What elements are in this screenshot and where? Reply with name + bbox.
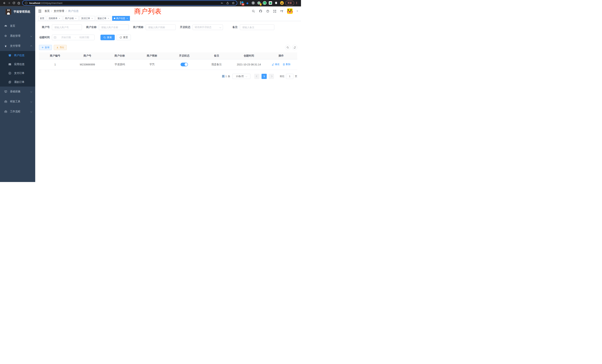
status-toggle[interactable] (181, 63, 188, 66)
page-size-select[interactable]: 10条/页 (232, 74, 250, 79)
browser-menu-icon[interactable]: ⋮ (294, 1, 299, 5)
forward-icon[interactable] (7, 0, 11, 5)
browser-profile-avatar[interactable] (280, 1, 284, 5)
extension-badge: 1 (260, 3, 261, 6)
sidebar-item-workflow[interactable]: 工作流程 (0, 107, 35, 117)
home-icon[interactable] (16, 0, 21, 5)
short-name-input[interactable] (146, 24, 176, 30)
delete-link[interactable]: 删除 (283, 63, 290, 66)
search-button[interactable]: 搜索 (100, 35, 115, 40)
sidebar-item-dev-tools[interactable]: 研发工具 (0, 96, 35, 107)
extension-command-icon[interactable]: ⌘ (251, 1, 255, 5)
sidebar-menu: 首页 ⚙ 系统管理 ¥ 支付管理 商户 (0, 21, 35, 117)
user-avatar[interactable] (287, 8, 293, 14)
field-label: 商户简称 (133, 26, 143, 29)
font-size-icon[interactable]: TT (280, 10, 283, 13)
help-icon[interactable] (266, 10, 269, 13)
full-name-input[interactable] (99, 24, 129, 30)
edit-link[interactable]: 修改 (272, 63, 280, 66)
extension-chat-icon[interactable] (269, 1, 272, 5)
next-page-button[interactable] (269, 74, 274, 79)
breadcrumb-home[interactable]: 首页 (44, 10, 50, 13)
sidebar-item-merchant-info[interactable]: 商户信息 (0, 51, 35, 60)
table-header-row: 商户编号 商户号 商户全称 商户简称 开启状态 备注 创建时间 操作 (39, 53, 297, 59)
breadcrumb-payment[interactable]: 支付管理 (54, 10, 64, 13)
export-button[interactable]: 导出 (54, 45, 67, 50)
chevron-down-icon (31, 100, 32, 103)
add-button[interactable]: 新增 (39, 45, 52, 50)
cell-merchant-no: M233666999 (71, 59, 103, 70)
tab-refund-order[interactable]: 退款订单× (96, 16, 111, 21)
chevron-down-icon (220, 26, 221, 29)
avatar-dropdown-icon[interactable] (297, 11, 298, 12)
logo-image (6, 9, 11, 15)
remark-input[interactable] (240, 24, 274, 30)
prev-page-button[interactable] (254, 74, 259, 79)
extension-y-icon[interactable]: y (263, 1, 267, 5)
extension-icon[interactable]: 10 (240, 1, 244, 5)
tags-view-bar: 首页 流程表单× 用户分组× 支付订单× 退款订单× 商户信息× (35, 16, 301, 21)
extension-profile-icon[interactable]: 1 (257, 1, 261, 5)
share-icon[interactable] (226, 2, 229, 4)
merchant-no-input[interactable] (52, 24, 82, 30)
search-icon[interactable] (252, 10, 255, 13)
sidebar-item-home[interactable]: 首页 (0, 21, 35, 31)
password-key-icon[interactable] (221, 2, 223, 4)
field-full-name: 商户全称 (86, 24, 129, 30)
extension-badge: 10 (242, 3, 244, 6)
cell-status (168, 59, 200, 70)
browser-extensions: 10 ◆ ⌘ 1 y (240, 1, 284, 5)
show-search-icon[interactable] (285, 45, 290, 50)
sidebar-item-system[interactable]: ⚙ 系统管理 (0, 31, 35, 41)
back-icon[interactable] (2, 0, 7, 5)
site-info-icon[interactable] (25, 2, 28, 4)
page-number-1[interactable]: 1 (261, 74, 267, 79)
sidebar-item-label: 研发工具 (10, 100, 20, 103)
refresh-icon[interactable] (292, 45, 297, 50)
goto-page-input[interactable] (286, 74, 293, 79)
sidebar-item-label: 首页 (10, 24, 15, 28)
github-icon[interactable] (259, 10, 262, 13)
bookmark-star-icon[interactable] (232, 2, 235, 4)
field-create-time: 创建时间 开始日期 - 结束日期 (39, 35, 95, 40)
briefcase-icon (4, 110, 7, 113)
tab-pay-order[interactable]: 支付订单× (79, 16, 95, 21)
chevron-left-icon (256, 75, 258, 77)
main-area: 商户列表 首页 / 支付管理 / 商户信息 (35, 7, 301, 182)
col-header: 开启状态 (168, 53, 200, 59)
page-content: 商户号 商户全称 商户简称 开启状态 请选择开启状态 (35, 21, 301, 182)
reset-button[interactable]: 重置 (117, 35, 131, 40)
extension-gem-icon[interactable]: ◆ (246, 1, 249, 5)
close-icon[interactable]: × (58, 17, 61, 20)
sidebar-item-payment[interactable]: ¥ 支付管理 (0, 41, 35, 51)
tab-home[interactable]: 首页 (38, 16, 46, 21)
yen-circle-icon (8, 72, 11, 75)
sidebar-item-app-info[interactable]: 应用信息 (0, 60, 35, 69)
tab-process-form[interactable]: 流程表单× (47, 16, 62, 21)
sidebar-item-label: 应用信息 (14, 63, 24, 66)
browser-update-button[interactable]: 更新 (285, 1, 294, 5)
app-logo[interactable]: 芋道管理系统 (0, 7, 35, 17)
sidebar-item-infrastructure[interactable]: 基础设施 (0, 86, 35, 96)
url-bar[interactable]: localhost:1024/pay/merchant (22, 0, 237, 6)
status-select[interactable]: 请选择开启状态 (193, 24, 223, 30)
col-header: 商户编号 (39, 53, 71, 59)
sidebar-item-label: 商户信息 (14, 54, 24, 57)
reload-icon[interactable] (11, 0, 16, 5)
field-label: 创建时间 (39, 36, 50, 39)
close-icon[interactable]: × (107, 17, 109, 20)
cell-actions: 修改 删除 (265, 59, 297, 70)
sidebar-item-pay-order[interactable]: 支付订单 (0, 69, 35, 78)
create-time-range-picker[interactable]: 开始日期 - 结束日期 (52, 35, 95, 40)
fullscreen-icon[interactable] (273, 10, 276, 13)
close-icon[interactable]: × (126, 17, 128, 20)
active-dot (114, 18, 115, 19)
sidebar-collapse-icon[interactable] (38, 10, 42, 13)
tab-user-group[interactable]: 用户分组× (63, 16, 79, 21)
extensions-puzzle-icon[interactable] (274, 1, 278, 5)
sidebar-item-refund-order[interactable]: 退款订单 (0, 78, 35, 86)
close-icon[interactable]: × (91, 17, 93, 20)
field-label: 商户全称 (86, 26, 97, 29)
tab-merchant-info[interactable]: 商户信息× (112, 16, 130, 21)
close-icon[interactable]: × (75, 17, 77, 20)
